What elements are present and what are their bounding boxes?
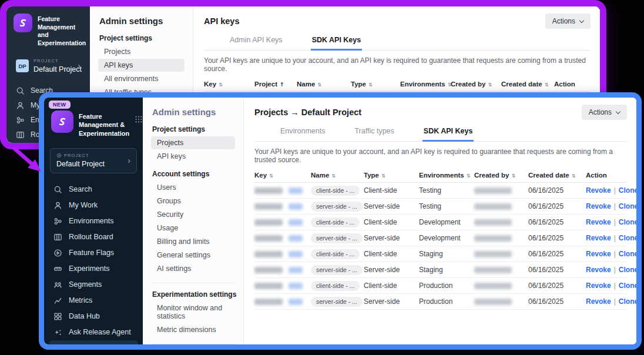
redacted-copy-link[interactable] <box>289 267 303 273</box>
menu-section-account-settings: Account settings <box>152 170 243 178</box>
sidebar-item-experiments[interactable]: Experiments <box>49 261 138 277</box>
clone-link[interactable]: Clone <box>619 282 638 290</box>
menu-item-projects[interactable]: Projects <box>98 45 185 58</box>
menu-item-api-keys[interactable]: API keys <box>98 59 185 72</box>
column-header-name[interactable]: Name⇅ <box>311 172 364 179</box>
column-header-name[interactable]: Name⇅ <box>297 81 351 88</box>
sort-icon: ↑ <box>280 81 284 88</box>
actions-button[interactable]: Actions <box>582 105 627 120</box>
menu-item-users[interactable]: Users <box>151 181 235 194</box>
sidebar-item-segments[interactable]: Segments <box>49 277 138 293</box>
clone-link[interactable]: Clone <box>619 202 638 210</box>
menu-section-project-settings: Project settings <box>152 125 243 133</box>
redacted-copy-link[interactable] <box>289 299 303 305</box>
clone-link[interactable]: Clone <box>619 297 638 306</box>
api-key-name-pill: server-side - ... <box>311 297 363 307</box>
column-header-key[interactable]: Key⇅ <box>254 172 311 179</box>
redacted-copy-link[interactable] <box>289 203 303 210</box>
segments-icon <box>53 280 62 289</box>
revoke-link[interactable]: Revoke <box>586 186 611 195</box>
fme-settings-icon <box>53 344 62 350</box>
clone-link[interactable]: Clone <box>619 266 638 274</box>
revoke-link[interactable]: Revoke <box>586 250 611 258</box>
column-header-environments[interactable]: Environments⇅ <box>419 172 474 179</box>
redacted-copy-link[interactable] <box>289 235 303 242</box>
menu-item-all-environments[interactable]: All environments <box>98 72 185 85</box>
sidebar-item-ask-release-agent[interactable]: Ask Release Agent <box>49 324 138 340</box>
redacted-key <box>254 203 283 210</box>
column-header-created-date[interactable]: Created date⇅ <box>528 172 586 179</box>
key-cell <box>254 282 311 290</box>
redacted-key <box>254 299 283 305</box>
revoke-link[interactable]: Revoke <box>586 266 611 274</box>
created-by-cell <box>474 202 528 210</box>
clone-link[interactable]: Clone <box>619 218 638 226</box>
column-header-type[interactable]: Type⇅ <box>364 172 419 179</box>
column-header-type[interactable]: Type⇅ <box>351 81 400 88</box>
action-separator: | <box>614 297 616 306</box>
project-switcher[interactable]: PROJECT Default Project › <box>50 148 137 173</box>
column-header-key[interactable]: Key⇅ <box>204 81 254 88</box>
redacted-created-by <box>474 235 512 242</box>
clone-link[interactable]: Clone <box>619 234 638 242</box>
column-header-environments[interactable]: Environments⇅ <box>400 81 451 88</box>
sidebar-item-rollout-board[interactable]: Rollout Board <box>49 229 138 245</box>
tab-traffic-types[interactable]: Traffic types <box>353 125 395 142</box>
apps-grid-icon[interactable] <box>135 110 143 123</box>
project-switcher[interactable]: DP PROJECT Default Project › <box>12 56 84 76</box>
sidebar-item-feature-flags[interactable]: Feature Flags <box>49 245 138 261</box>
column-header-project[interactable]: Project↑ <box>254 81 297 88</box>
revoke-link[interactable]: Revoke <box>586 282 611 290</box>
actions-button[interactable]: Actions <box>545 14 591 29</box>
sidebar-item-data-hub[interactable]: Data Hub <box>49 309 138 324</box>
column-label: Name <box>297 81 315 88</box>
tab-admin-api-keys[interactable]: Admin API Keys <box>229 34 284 51</box>
revoke-link[interactable]: Revoke <box>586 297 611 306</box>
sort-icon: ⇅ <box>488 82 492 88</box>
menu-item-billing-and-limits[interactable]: Billing and limits <box>151 235 235 248</box>
column-label: Created date <box>501 81 542 88</box>
table-row: client-side - ...Client-sideStaging06/16… <box>254 246 627 262</box>
column-label: Project <box>254 81 277 88</box>
menu-item-security[interactable]: Security <box>151 208 235 221</box>
name-cell: server-side - ... <box>311 202 364 212</box>
menu-item-monitor-window-and-statistics[interactable]: Monitor window and statistics <box>151 302 235 323</box>
redacted-copy-link[interactable] <box>289 219 303 226</box>
clone-link[interactable]: Clone <box>619 186 638 195</box>
sidebar-item-environments[interactable]: Environments <box>49 213 138 229</box>
screenshot-canvas: Feature Management and Experimentation D… <box>0 0 644 355</box>
menu-item-projects[interactable]: Projects <box>151 136 235 149</box>
breadcrumb-title: Projects → Default Project <box>254 108 361 117</box>
redacted-created-by <box>474 187 512 194</box>
sidebar-item-search[interactable]: Search <box>49 182 138 197</box>
clone-link[interactable]: Clone <box>619 250 638 258</box>
menu-item-general-settings[interactable]: General settings <box>151 249 235 262</box>
revoke-link[interactable]: Revoke <box>586 218 611 226</box>
redacted-created-by <box>474 299 512 305</box>
menu-item-api-keys[interactable]: API keys <box>151 150 235 163</box>
column-label: Type <box>364 172 379 179</box>
tab-environments[interactable]: Environments <box>279 125 326 142</box>
redacted-copy-link[interactable] <box>289 283 303 289</box>
sidebar-item-metrics[interactable]: Metrics <box>49 293 138 309</box>
menu-item-ai-settings[interactable]: AI settings <box>151 262 235 275</box>
menu-item-groups[interactable]: Groups <box>151 195 235 207</box>
column-header-created-by[interactable]: Created by⇅ <box>451 81 501 88</box>
sidebar-item-fme-settings[interactable]: FME Settings <box>49 340 138 350</box>
column-header-created-by[interactable]: Created by⇅ <box>474 172 528 179</box>
menu-item-metric-dimensions[interactable]: Metric dimensions <box>151 323 235 336</box>
sidebar-item-my-work[interactable]: My Work <box>49 197 138 213</box>
revoke-link[interactable]: Revoke <box>586 202 611 210</box>
created-by-cell <box>474 234 528 242</box>
created-date-cell: 06/16/2025 <box>528 234 586 242</box>
redacted-copy-link[interactable] <box>289 251 303 257</box>
type-cell: Server-side <box>364 234 419 242</box>
tab-sdk-api-keys[interactable]: SDK API Keys <box>422 125 474 142</box>
redacted-copy-link[interactable] <box>289 187 303 194</box>
tab-sdk-api-keys[interactable]: SDK API Keys <box>311 34 363 51</box>
column-header-created-date[interactable]: Created date⇅ <box>501 81 554 88</box>
api-keys-description: Your API keys are unique to your account… <box>204 56 591 73</box>
menu-item-usage[interactable]: Usage <box>151 222 235 235</box>
revoke-link[interactable]: Revoke <box>586 234 611 242</box>
sort-icon: ⇅ <box>381 173 385 179</box>
